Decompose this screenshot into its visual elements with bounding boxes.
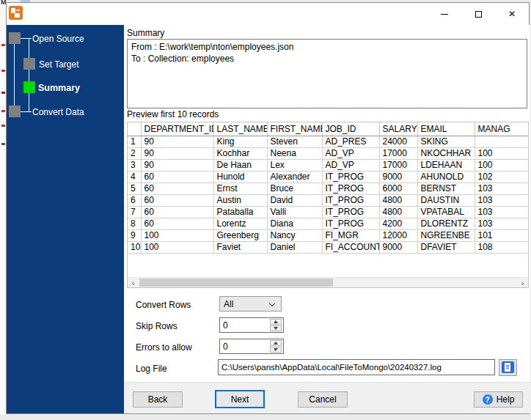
stepper-buttons — [270, 319, 282, 331]
stepper-up-button[interactable] — [270, 340, 282, 346]
wizard-connector-line — [14, 44, 15, 106]
table-row[interactable]: 9100GreenbergNancyFI_MGR12000NGREENBE101 — [128, 229, 529, 241]
table-cell: Ernst — [213, 183, 267, 194]
column-header[interactable]: MANAG — [475, 122, 529, 136]
sidebar-item-convert-data[interactable]: Convert Data — [32, 107, 84, 117]
table-row[interactable]: 760PataballaValliIT_PROG4800VPATABAL103 — [128, 206, 529, 218]
next-button[interactable]: Next — [215, 390, 265, 408]
arrow-down-icon — [274, 348, 278, 351]
table-cell: 4800 — [379, 194, 417, 206]
table-row[interactable]: 290KochharNeenaAD_VP17000NKOCHHAR100 — [128, 147, 529, 159]
preview-table: DEPARTMENT_IDLAST_NAMEFIRST_NAMEJOB_IDSA… — [128, 122, 529, 254]
column-header[interactable]: DEPARTMENT_ID — [141, 122, 213, 136]
wizard-connector-line — [21, 111, 32, 112]
table-row[interactable]: 190KingStevenAD_PRES24000SKING — [128, 136, 529, 147]
summary-label: Summary — [127, 28, 164, 38]
stepper-buttons — [270, 340, 282, 353]
table-cell: NGREENBE — [417, 229, 475, 241]
wizard-connector-line — [21, 38, 32, 39]
table-row[interactable]: 660AustinDavidIT_PROG4800DAUSTIN103 — [128, 194, 529, 206]
table-cell: AD_VP — [322, 159, 379, 171]
minimize-button[interactable] — [428, 3, 461, 25]
background-fragment — [1, 110, 5, 112]
skip-rows-stepper[interactable]: 0 — [219, 317, 284, 333]
table-cell: 103 — [475, 183, 529, 194]
sidebar-item-set-target[interactable]: Set Target — [39, 59, 78, 70]
table-cell: 90 — [141, 136, 213, 147]
open-log-button[interactable] — [499, 359, 517, 376]
table-cell: 2 — [128, 147, 141, 159]
table-cell: 60 — [141, 194, 213, 206]
table-cell: Daniel — [267, 241, 322, 253]
screen: M ✕ — [0, 0, 531, 420]
table-cell: 12000 — [379, 229, 417, 241]
table-row[interactable]: 860LorentzDianaIT_PROG4200DLORENTZ103 — [128, 218, 529, 229]
table-row[interactable]: 10100FavietDanielFI_ACCOUNT9000DFAVIET10… — [128, 241, 529, 253]
table-row[interactable]: 560ErnstBruceIT_PROG6000BERNST103 — [128, 183, 529, 194]
convert-rows-select[interactable]: All — [219, 296, 282, 312]
stepper-down-button[interactable] — [270, 325, 282, 331]
cancel-button[interactable]: Cancel — [298, 391, 348, 408]
table-row[interactable]: 390De HaanLexAD_VP17000LDEHAAN100 — [128, 159, 529, 171]
table-cell: SKING — [417, 136, 475, 147]
close-button[interactable]: ✕ — [495, 3, 529, 25]
log-file-input[interactable]: C:\Users\pansh\AppData\Local\FileToMongo… — [218, 359, 495, 375]
scrollbar-thumb[interactable] — [139, 279, 333, 287]
log-file-label: Log File — [136, 364, 167, 374]
help-button[interactable]: ? Help — [474, 391, 523, 408]
background-window-sliver — [0, 0, 6, 415]
log-document-icon — [502, 361, 514, 373]
table-cell: 90 — [141, 147, 213, 159]
column-header[interactable]: FIRST_NAME — [267, 122, 322, 136]
table-cell: 7 — [128, 206, 141, 218]
table-cell — [475, 136, 529, 147]
table-cell: Lex — [267, 159, 322, 171]
table-cell: 103 — [475, 218, 529, 229]
table-cell: 102 — [475, 171, 529, 183]
table-cell: Steven — [267, 136, 322, 147]
sidebar-item-summary[interactable]: Summary — [38, 83, 80, 93]
table-cell: 9000 — [379, 241, 417, 253]
scroll-left-arrow-icon[interactable]: ‹ — [128, 278, 139, 287]
table-cell: IT_PROG — [322, 183, 379, 194]
table-cell: 4 — [128, 171, 141, 183]
table-cell: 60 — [141, 206, 213, 218]
table-cell: 4800 — [379, 206, 417, 218]
table-cell: Neena — [267, 147, 322, 159]
table-cell: NKOCHHAR — [417, 147, 475, 159]
sidebar-item-open-source[interactable]: Open Source — [32, 34, 84, 44]
background-fragment — [1, 92, 5, 94]
column-header[interactable]: SALARY — [379, 122, 417, 136]
column-header[interactable]: LAST_NAME — [213, 122, 267, 136]
stepper-down-button[interactable] — [270, 347, 282, 353]
table-cell: AHUNOLD — [417, 171, 475, 183]
errors-to-allow-label: Errors to allow — [136, 342, 192, 353]
table-cell: Alexander — [267, 171, 322, 183]
preview-grid: DEPARTMENT_IDLAST_NAMEFIRST_NAMEJOB_IDSA… — [127, 122, 529, 288]
table-cell: Lorentz — [213, 218, 267, 229]
table-cell: 24000 — [379, 136, 417, 147]
table-cell: Diana — [267, 218, 322, 229]
app-icon — [9, 6, 23, 20]
preview-label: Preview first 10 records — [127, 109, 219, 119]
scroll-right-arrow-icon[interactable]: › — [517, 278, 528, 287]
minimize-icon — [441, 14, 448, 15]
app-icon-arrow — [16, 10, 20, 11]
maximize-button[interactable] — [461, 3, 495, 25]
table-cell: IT_PROG — [322, 171, 379, 183]
step-marker-summary — [23, 81, 35, 93]
table-cell: 60 — [141, 183, 213, 194]
wizard-connector-line — [29, 70, 29, 81]
table-cell: 60 — [141, 171, 213, 183]
horizontal-scrollbar[interactable]: ‹ › — [128, 277, 528, 287]
column-header[interactable] — [128, 122, 141, 136]
errors-to-allow-stepper[interactable]: 0 — [219, 339, 284, 354]
stepper-up-button[interactable] — [270, 319, 282, 325]
titlebar[interactable]: ✕ — [7, 3, 529, 25]
table-cell: FI_ACCOUNT — [322, 241, 379, 253]
column-header[interactable]: EMAIL — [417, 122, 475, 136]
table-row[interactable]: 460HunoldAlexanderIT_PROG9000AHUNOLD102 — [128, 171, 529, 183]
back-button[interactable]: Back — [133, 391, 183, 408]
window-controls: ✕ — [428, 3, 529, 25]
column-header[interactable]: JOB_ID — [322, 122, 379, 136]
